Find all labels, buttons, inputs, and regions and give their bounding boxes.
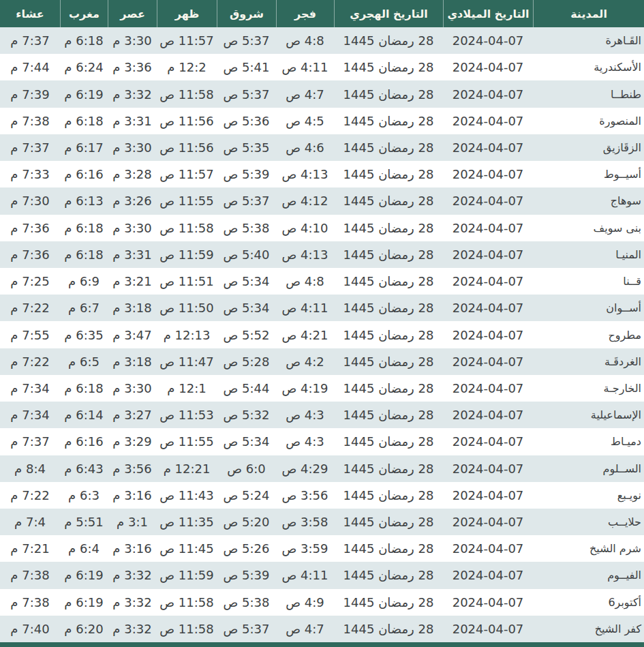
gregorian-date-cell: 2024-04-07 <box>443 80 533 107</box>
table-row: مطروح 2024-04-07 28 رمضان 1445 4:21 ص 5:… <box>0 321 644 348</box>
maghrib-time-cell: 6:16 م <box>60 161 108 187</box>
hijri-date-cell: 28 رمضان 1445 <box>334 134 443 161</box>
isha-time-cell: 7:30 م <box>0 187 60 214</box>
asr-time-cell: 3:31 م <box>108 108 157 134</box>
asr-time-cell: 3:21 م <box>108 268 157 295</box>
table-row: المنيـا 2024-04-07 28 رمضان 1445 4:13 ص … <box>0 241 644 268</box>
shurooq-time-cell: 5:37 ص <box>217 27 276 54</box>
shurooq-time-cell: 5:37 ص <box>217 616 276 642</box>
shurooq-time-cell: 5:39 ص <box>217 161 276 187</box>
shurooq-time-cell: 5:20 ص <box>217 509 276 535</box>
city-cell: طنطــا <box>533 80 644 107</box>
maghrib-time-cell: 6:20 م <box>60 616 108 642</box>
table-row: قــنا 2024-04-07 28 رمضان 1445 4:8 ص 5:3… <box>0 268 644 295</box>
hijri-date-cell: 28 رمضان 1445 <box>334 616 443 642</box>
shurooq-time-cell: 5:44 ص <box>217 375 276 402</box>
gregorian-date-cell: 2024-04-07 <box>443 295 533 321</box>
fajr-time-cell: 3:56 ص <box>276 482 334 509</box>
gregorian-date-cell: 2024-04-07 <box>443 134 533 161</box>
fajr-time-cell: 4:7 ص <box>276 80 334 107</box>
asr-time-cell: 3:32 م <box>108 562 157 588</box>
hijri-date-cell: 28 رمضان 1445 <box>334 268 443 295</box>
shurooq-time-cell: 5:37 ص <box>217 187 276 214</box>
maghrib-time-cell: 6:5 م <box>60 348 108 375</box>
dhuhr-time-cell: 11:58 ص <box>157 616 217 642</box>
maghrib-time-cell: 6:35 م <box>60 321 108 348</box>
table-row: كفر الشيخ 2024-04-07 28 رمضان 1445 4:7 ص… <box>0 616 644 642</box>
fajr-time-cell: 4:9 ص <box>276 589 334 616</box>
shurooq-time-cell: 5:38 ص <box>217 589 276 616</box>
asr-time-cell: 3:32 م <box>108 589 157 616</box>
city-cell: أكتوبر6 <box>533 589 644 616</box>
shurooq-time-cell: 5:34 ص <box>217 295 276 321</box>
table-body: القَـاهرة 2024-04-07 28 رمضان 1445 4:8 ص… <box>0 27 644 642</box>
isha-time-cell: 7:39 م <box>0 80 60 107</box>
isha-time-cell: 7:21 م <box>0 535 60 562</box>
fajr-time-cell: 4:29 ص <box>276 455 334 482</box>
isha-time-cell: 7:55 م <box>0 321 60 348</box>
table-row: الفيــوم 2024-04-07 28 رمضان 1445 4:11 ص… <box>0 562 644 588</box>
maghrib-time-cell: 6:14 م <box>60 402 108 428</box>
fajr-time-cell: 4:12 ص <box>276 187 334 214</box>
asr-time-cell: 3:16 م <box>108 482 157 509</box>
table-row: الإسماعيلية 2024-04-07 28 رمضان 1445 4:3… <box>0 402 644 428</box>
isha-time-cell: 7:38 م <box>0 589 60 616</box>
city-cell: مطروح <box>533 321 644 348</box>
column-header-gregorian-date: التاريخ الميلادي <box>443 0 533 27</box>
fajr-time-cell: 4:3 ص <box>276 402 334 428</box>
fajr-time-cell: 4:8 ص <box>276 27 334 54</box>
table-row: الأسكندرية 2024-04-07 28 رمضان 1445 4:11… <box>0 54 644 80</box>
fajr-time-cell: 4:11 ص <box>276 562 334 588</box>
table-row: المنصورة 2024-04-07 28 رمضان 1445 4:5 ص … <box>0 108 644 134</box>
asr-time-cell: 3:28 م <box>108 161 157 187</box>
hijri-date-cell: 28 رمضان 1445 <box>334 589 443 616</box>
city-cell: بنى سويف <box>533 215 644 241</box>
asr-time-cell: 3:30 م <box>108 375 157 402</box>
city-cell: شرم الشيخ <box>533 535 644 562</box>
gregorian-date-cell: 2024-04-07 <box>443 161 533 187</box>
hijri-date-cell: 28 رمضان 1445 <box>334 348 443 375</box>
fajr-time-cell: 4:13 ص <box>276 161 334 187</box>
fajr-time-cell: 4:10 ص <box>276 215 334 241</box>
dhuhr-time-cell: 11:55 ص <box>157 187 217 214</box>
hijri-date-cell: 28 رمضان 1445 <box>334 321 443 348</box>
isha-time-cell: 7:44 م <box>0 54 60 80</box>
isha-time-cell: 7:22 م <box>0 295 60 321</box>
fajr-time-cell: 4:8 ص <box>276 268 334 295</box>
gregorian-date-cell: 2024-04-07 <box>443 187 533 214</box>
maghrib-time-cell: 6:3 م <box>60 482 108 509</box>
column-header-maghrib: مغرب <box>60 0 108 27</box>
city-cell: الزقَازيق <box>533 134 644 161</box>
isha-time-cell: 7:33 م <box>0 161 60 187</box>
maghrib-time-cell: 6:18 م <box>60 27 108 54</box>
asr-time-cell: 3:16 م <box>108 535 157 562</box>
gregorian-date-cell: 2024-04-07 <box>443 27 533 54</box>
gregorian-date-cell: 2024-04-07 <box>443 616 533 642</box>
asr-time-cell: 3:36 م <box>108 54 157 80</box>
maghrib-time-cell: 6:7 م <box>60 295 108 321</box>
table-row: طنطــا 2024-04-07 28 رمضان 1445 4:7 ص 5:… <box>0 80 644 107</box>
isha-time-cell: 7:37 م <box>0 428 60 455</box>
shurooq-time-cell: 5:38 ص <box>217 215 276 241</box>
city-cell: أســوان <box>533 295 644 321</box>
maghrib-time-cell: 6:18 م <box>60 215 108 241</box>
hijri-date-cell: 28 رمضان 1445 <box>334 80 443 107</box>
table-row: أســوان 2024-04-07 28 رمضان 1445 4:11 ص … <box>0 295 644 321</box>
dhuhr-time-cell: 11:56 ص <box>157 108 217 134</box>
gregorian-date-cell: 2024-04-07 <box>443 375 533 402</box>
maghrib-time-cell: 6:43 م <box>60 455 108 482</box>
hijri-date-cell: 28 رمضان 1445 <box>334 482 443 509</box>
column-header-shurooq: شروق <box>217 0 276 27</box>
gregorian-date-cell: 2024-04-07 <box>443 428 533 455</box>
city-cell: نويـبع <box>533 482 644 509</box>
shurooq-time-cell: 5:52 ص <box>217 321 276 348</box>
maghrib-time-cell: 6:16 م <box>60 428 108 455</box>
maghrib-time-cell: 6:17 م <box>60 134 108 161</box>
column-header-hijri-date: التاريخ الهجري <box>334 0 443 27</box>
gregorian-date-cell: 2024-04-07 <box>443 268 533 295</box>
maghrib-time-cell: 6:18 م <box>60 375 108 402</box>
city-cell: الفيــوم <box>533 562 644 588</box>
maghrib-time-cell: 6:18 م <box>60 241 108 268</box>
asr-time-cell: 3:29 م <box>108 428 157 455</box>
column-header-dhuhr: ظهر <box>157 0 217 27</box>
